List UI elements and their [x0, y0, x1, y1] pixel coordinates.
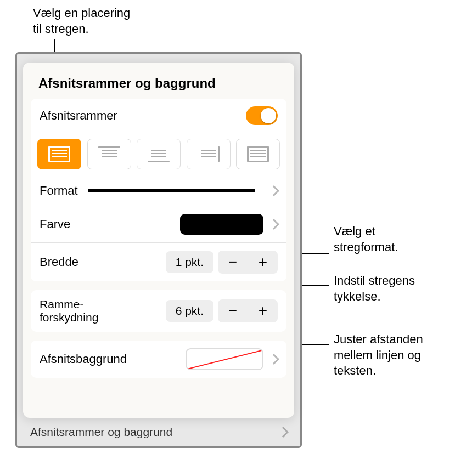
offset-stepper: − + [218, 299, 278, 322]
border-all-icon [48, 146, 70, 162]
border-bottom-icon [148, 146, 170, 162]
offset-plus-button[interactable]: + [248, 299, 278, 322]
annotation-width: Indstil stregens tykkelse. [334, 273, 415, 304]
border-top-icon [98, 146, 120, 162]
chevron-right-icon [268, 219, 279, 230]
border-box-icon [247, 146, 269, 162]
toggle-row: Afsnitsrammer [31, 99, 286, 133]
annotation-format: Vælg et stregformat. [334, 224, 398, 255]
chevron-right-icon [278, 427, 289, 438]
width-value: 1 pkt. [166, 251, 213, 273]
offset-minus-button[interactable]: − [218, 299, 248, 322]
chevron-right-icon [268, 185, 279, 196]
section-background: Afsnitsbaggrund [31, 341, 286, 378]
border-pos-bottom[interactable] [137, 139, 181, 169]
border-pos-top[interactable] [87, 139, 131, 169]
annotation-offset: Juster afstanden mellem linjen og tekste… [334, 332, 423, 379]
section-borders: Afsnitsrammer [31, 99, 286, 281]
border-position-row [31, 133, 286, 175]
panel: Afsnitsrammer og baggrund Afsnitsrammer [23, 63, 294, 418]
offset-row: Ramme- forskydning 6 pkt. − + [31, 290, 286, 332]
width-plus-button[interactable]: + [248, 251, 278, 274]
section-offset: Ramme- forskydning 6 pkt. − + [31, 290, 286, 332]
no-fill-swatch [186, 348, 263, 370]
afsnitsrammer-toggle[interactable] [246, 106, 278, 125]
format-row[interactable]: Format [31, 175, 286, 206]
offset-label: Ramme- forskydning [40, 298, 166, 324]
width-minus-button[interactable]: − [218, 251, 248, 274]
border-right-icon [198, 146, 220, 162]
color-row[interactable]: Farve [31, 206, 286, 243]
bottom-bar-label: Afsnitsrammer og baggrund [30, 426, 172, 439]
panel-title: Afsnitsrammer og baggrund [23, 63, 294, 99]
bottom-bar[interactable]: Afsnitsrammer og baggrund [17, 418, 300, 446]
format-line-preview [88, 189, 255, 192]
border-pos-all[interactable] [37, 139, 81, 169]
color-swatch [180, 214, 263, 235]
format-label: Format [40, 184, 78, 198]
width-label: Bredde [40, 255, 166, 269]
border-pos-right[interactable] [187, 139, 231, 169]
border-pos-box[interactable] [236, 139, 280, 169]
annotation-top: Vælg en placering til stregen. [33, 5, 130, 37]
offset-value: 6 pkt. [166, 300, 213, 322]
width-stepper: − + [218, 251, 278, 274]
background-row[interactable]: Afsnitsbaggrund [31, 341, 286, 378]
chevron-right-icon [268, 354, 279, 365]
panel-frame: Afsnitsrammer og baggrund Afsnitsrammer [15, 52, 302, 448]
color-label: Farve [40, 217, 180, 231]
toggle-label: Afsnitsrammer [40, 109, 246, 123]
background-label: Afsnitsbaggrund [40, 352, 186, 366]
popover-tip-icon [151, 387, 166, 395]
width-row: Bredde 1 pkt. − + [31, 243, 286, 281]
